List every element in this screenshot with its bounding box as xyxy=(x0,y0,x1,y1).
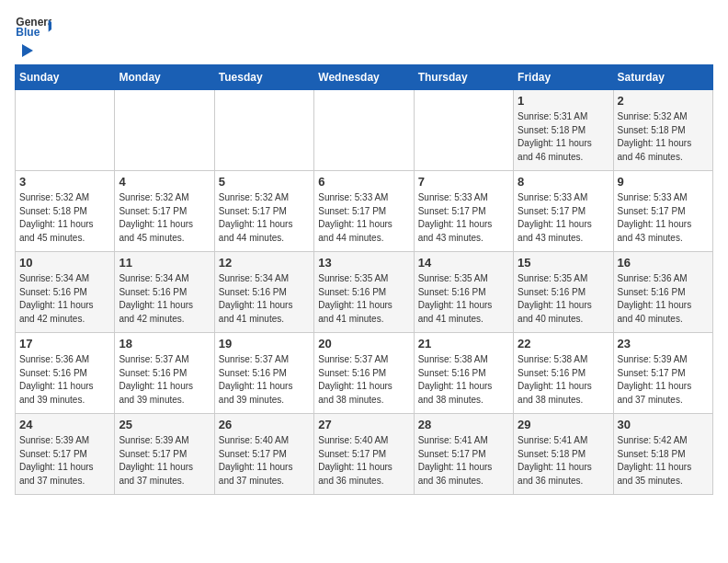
day-info: Sunrise: 5:35 AMSunset: 5:16 PMDaylight:… xyxy=(418,272,509,326)
day-number: 2 xyxy=(618,94,709,108)
calendar-cell xyxy=(16,90,115,171)
calendar-cell: 15Sunrise: 5:35 AMSunset: 5:16 PMDayligh… xyxy=(514,252,613,333)
day-info: Sunrise: 5:41 AMSunset: 5:17 PMDaylight:… xyxy=(418,434,509,488)
week-row-3: 10Sunrise: 5:34 AMSunset: 5:16 PMDayligh… xyxy=(16,252,713,333)
day-number: 17 xyxy=(19,337,110,350)
col-header-tuesday: Tuesday xyxy=(214,65,313,90)
calendar-cell: 28Sunrise: 5:41 AMSunset: 5:17 PMDayligh… xyxy=(414,414,513,495)
day-info: Sunrise: 5:37 AMSunset: 5:16 PMDaylight:… xyxy=(219,353,310,407)
calendar-cell: 27Sunrise: 5:40 AMSunset: 5:17 PMDayligh… xyxy=(314,414,414,495)
day-number: 19 xyxy=(219,337,310,350)
calendar-table: SundayMondayTuesdayWednesdayThursdayFrid… xyxy=(15,64,713,495)
day-number: 9 xyxy=(618,175,709,189)
page-header: General Blue xyxy=(15,15,713,57)
day-info: Sunrise: 5:39 AMSunset: 5:17 PMDaylight:… xyxy=(618,353,709,407)
day-number: 18 xyxy=(119,337,210,350)
day-number: 4 xyxy=(119,175,210,189)
col-header-saturday: Saturday xyxy=(613,65,712,90)
calendar-cell: 19Sunrise: 5:37 AMSunset: 5:16 PMDayligh… xyxy=(214,333,313,414)
day-number: 16 xyxy=(618,256,709,270)
logo-arrow-icon xyxy=(17,40,37,61)
calendar-cell: 26Sunrise: 5:40 AMSunset: 5:17 PMDayligh… xyxy=(214,414,313,495)
day-info: Sunrise: 5:37 AMSunset: 5:16 PMDaylight:… xyxy=(318,353,409,407)
col-header-monday: Monday xyxy=(115,65,214,90)
day-info: Sunrise: 5:42 AMSunset: 5:18 PMDaylight:… xyxy=(618,434,709,488)
day-number: 13 xyxy=(318,256,409,270)
week-row-2: 3Sunrise: 5:32 AMSunset: 5:18 PMDaylight… xyxy=(16,171,713,252)
calendar-cell: 20Sunrise: 5:37 AMSunset: 5:16 PMDayligh… xyxy=(314,333,414,414)
day-info: Sunrise: 5:33 AMSunset: 5:17 PMDaylight:… xyxy=(318,191,409,245)
day-info: Sunrise: 5:32 AMSunset: 5:17 PMDaylight:… xyxy=(219,191,310,245)
day-info: Sunrise: 5:33 AMSunset: 5:17 PMDaylight:… xyxy=(518,191,609,245)
day-number: 20 xyxy=(318,337,409,350)
col-header-wednesday: Wednesday xyxy=(314,65,414,90)
day-number: 5 xyxy=(219,175,310,189)
day-info: Sunrise: 5:36 AMSunset: 5:16 PMDaylight:… xyxy=(618,272,709,326)
day-number: 23 xyxy=(618,337,709,350)
calendar-cell: 7Sunrise: 5:33 AMSunset: 5:17 PMDaylight… xyxy=(414,171,513,252)
day-info: Sunrise: 5:40 AMSunset: 5:17 PMDaylight:… xyxy=(318,434,409,488)
calendar-cell: 16Sunrise: 5:36 AMSunset: 5:16 PMDayligh… xyxy=(613,252,712,333)
day-number: 22 xyxy=(518,337,609,350)
logo: General Blue xyxy=(15,15,51,57)
day-number: 1 xyxy=(518,94,609,108)
day-info: Sunrise: 5:35 AMSunset: 5:16 PMDaylight:… xyxy=(518,272,609,326)
day-info: Sunrise: 5:41 AMSunset: 5:18 PMDaylight:… xyxy=(518,434,609,488)
calendar-cell: 10Sunrise: 5:34 AMSunset: 5:16 PMDayligh… xyxy=(16,252,115,333)
day-info: Sunrise: 5:35 AMSunset: 5:16 PMDaylight:… xyxy=(318,272,409,326)
col-header-thursday: Thursday xyxy=(414,65,513,90)
day-info: Sunrise: 5:37 AMSunset: 5:16 PMDaylight:… xyxy=(119,353,210,407)
calendar-body: 1Sunrise: 5:31 AMSunset: 5:18 PMDaylight… xyxy=(16,90,713,495)
calendar-cell: 12Sunrise: 5:34 AMSunset: 5:16 PMDayligh… xyxy=(214,252,313,333)
calendar-cell xyxy=(414,90,513,171)
calendar-cell: 29Sunrise: 5:41 AMSunset: 5:18 PMDayligh… xyxy=(514,414,613,495)
svg-text:Blue: Blue xyxy=(16,26,40,37)
day-info: Sunrise: 5:31 AMSunset: 5:18 PMDaylight:… xyxy=(518,110,609,164)
day-number: 27 xyxy=(318,418,409,431)
calendar-header-row: SundayMondayTuesdayWednesdayThursdayFrid… xyxy=(16,65,713,90)
day-number: 14 xyxy=(418,256,509,270)
day-number: 21 xyxy=(418,337,509,350)
calendar-cell: 23Sunrise: 5:39 AMSunset: 5:17 PMDayligh… xyxy=(613,333,712,414)
day-number: 24 xyxy=(19,418,110,431)
day-info: Sunrise: 5:32 AMSunset: 5:17 PMDaylight:… xyxy=(119,191,210,245)
day-number: 30 xyxy=(618,418,709,431)
day-number: 10 xyxy=(19,256,110,270)
day-info: Sunrise: 5:38 AMSunset: 5:16 PMDaylight:… xyxy=(518,353,609,407)
day-info: Sunrise: 5:33 AMSunset: 5:17 PMDaylight:… xyxy=(418,191,509,245)
calendar-cell: 5Sunrise: 5:32 AMSunset: 5:17 PMDaylight… xyxy=(214,171,313,252)
calendar-cell: 17Sunrise: 5:36 AMSunset: 5:16 PMDayligh… xyxy=(16,333,115,414)
calendar-cell: 8Sunrise: 5:33 AMSunset: 5:17 PMDaylight… xyxy=(514,171,613,252)
col-header-friday: Friday xyxy=(514,65,613,90)
day-number: 3 xyxy=(19,175,110,189)
day-number: 28 xyxy=(418,418,509,431)
day-info: Sunrise: 5:32 AMSunset: 5:18 PMDaylight:… xyxy=(618,110,709,164)
calendar-cell xyxy=(314,90,414,171)
logo-icon: General Blue xyxy=(15,15,51,37)
calendar-cell: 13Sunrise: 5:35 AMSunset: 5:16 PMDayligh… xyxy=(314,252,414,333)
day-number: 6 xyxy=(318,175,409,189)
day-info: Sunrise: 5:40 AMSunset: 5:17 PMDaylight:… xyxy=(219,434,310,488)
day-info: Sunrise: 5:34 AMSunset: 5:16 PMDaylight:… xyxy=(219,272,310,326)
svg-marker-3 xyxy=(22,44,33,57)
calendar-cell: 1Sunrise: 5:31 AMSunset: 5:18 PMDaylight… xyxy=(514,90,613,171)
calendar-cell: 21Sunrise: 5:38 AMSunset: 5:16 PMDayligh… xyxy=(414,333,513,414)
day-number: 26 xyxy=(219,418,310,431)
calendar-cell: 30Sunrise: 5:42 AMSunset: 5:18 PMDayligh… xyxy=(613,414,712,495)
day-number: 15 xyxy=(518,256,609,270)
week-row-4: 17Sunrise: 5:36 AMSunset: 5:16 PMDayligh… xyxy=(16,333,713,414)
calendar-cell: 3Sunrise: 5:32 AMSunset: 5:18 PMDaylight… xyxy=(16,171,115,252)
calendar-cell: 4Sunrise: 5:32 AMSunset: 5:17 PMDaylight… xyxy=(115,171,214,252)
day-info: Sunrise: 5:38 AMSunset: 5:16 PMDaylight:… xyxy=(418,353,509,407)
day-info: Sunrise: 5:36 AMSunset: 5:16 PMDaylight:… xyxy=(19,353,110,407)
week-row-5: 24Sunrise: 5:39 AMSunset: 5:17 PMDayligh… xyxy=(16,414,713,495)
calendar-cell: 11Sunrise: 5:34 AMSunset: 5:16 PMDayligh… xyxy=(115,252,214,333)
day-number: 7 xyxy=(418,175,509,189)
day-number: 29 xyxy=(518,418,609,431)
calendar-cell: 22Sunrise: 5:38 AMSunset: 5:16 PMDayligh… xyxy=(514,333,613,414)
day-number: 25 xyxy=(119,418,210,431)
calendar-cell: 24Sunrise: 5:39 AMSunset: 5:17 PMDayligh… xyxy=(16,414,115,495)
day-info: Sunrise: 5:39 AMSunset: 5:17 PMDaylight:… xyxy=(119,434,210,488)
day-info: Sunrise: 5:33 AMSunset: 5:17 PMDaylight:… xyxy=(618,191,709,245)
calendar-cell xyxy=(115,90,214,171)
